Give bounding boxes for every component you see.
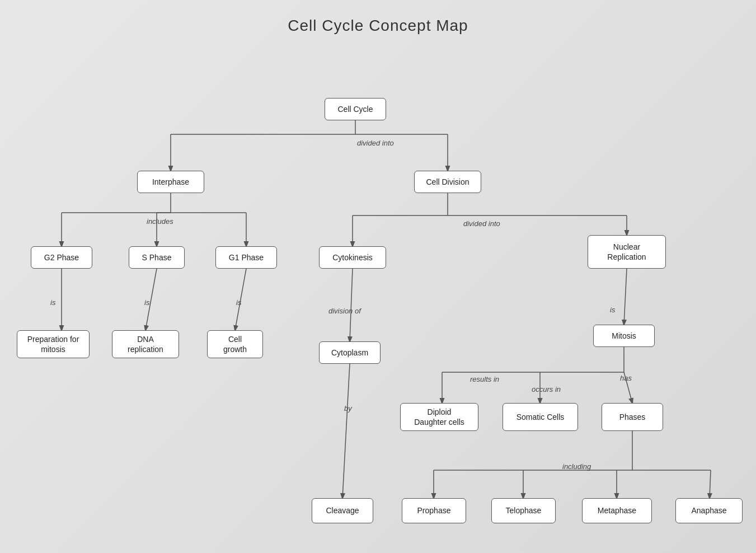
- label-including: including: [562, 462, 591, 471]
- node-anaphase: Anaphase: [675, 498, 743, 523]
- node-cleavage: Cleavage: [312, 498, 373, 523]
- svg-line-22: [624, 269, 627, 325]
- node-cell-cycle: Cell Cycle: [325, 98, 386, 120]
- label-divided-into-1: divided into: [357, 139, 394, 147]
- label-is-nuclear: is: [610, 306, 615, 314]
- node-cell-division: Cell Division: [414, 171, 481, 193]
- label-divided-into-2: divided into: [463, 219, 500, 228]
- node-somatic-cells: Somatic Cells: [503, 403, 578, 431]
- label-division-of: division of: [328, 307, 361, 315]
- label-occurs-in: occurs in: [532, 385, 561, 393]
- label-is-g1: is: [236, 298, 241, 307]
- node-interphase: Interphase: [137, 171, 204, 193]
- node-phases: Phases: [602, 403, 663, 431]
- node-s-phase: S Phase: [129, 246, 185, 269]
- page-title: Cell Cycle Concept Map: [0, 0, 756, 35]
- node-cytokinesis: Cytokinesis: [319, 246, 386, 269]
- node-cytoplasm: Cytoplasm: [319, 341, 381, 364]
- node-dna-replication: DNA replication: [112, 330, 179, 358]
- svg-line-21: [342, 364, 350, 498]
- node-mitosis: Mitosis: [593, 325, 655, 347]
- connector-lines: [0, 0, 756, 553]
- node-g2-phase: G2 Phase: [31, 246, 92, 269]
- node-prophase: Prophase: [402, 498, 466, 523]
- node-telophase: Telophase: [491, 498, 556, 523]
- node-metaphase: Metaphase: [582, 498, 652, 523]
- label-is-g2: is: [50, 298, 55, 307]
- label-results-in: results in: [470, 375, 499, 383]
- node-nuclear-replication: Nuclear Replication: [588, 235, 666, 269]
- node-diploid-daughter: Diploid Daughter cells: [400, 403, 478, 431]
- svg-line-33: [710, 470, 711, 498]
- label-is-s: is: [144, 298, 149, 307]
- node-g1-phase: G1 Phase: [215, 246, 277, 269]
- label-by: by: [344, 404, 352, 413]
- svg-line-20: [350, 269, 353, 341]
- label-has: has: [620, 374, 632, 382]
- node-cell-growth: Cell growth: [207, 330, 263, 358]
- label-includes: includes: [147, 217, 173, 226]
- node-prep-mitosis: Preparation for mitosis: [17, 330, 90, 358]
